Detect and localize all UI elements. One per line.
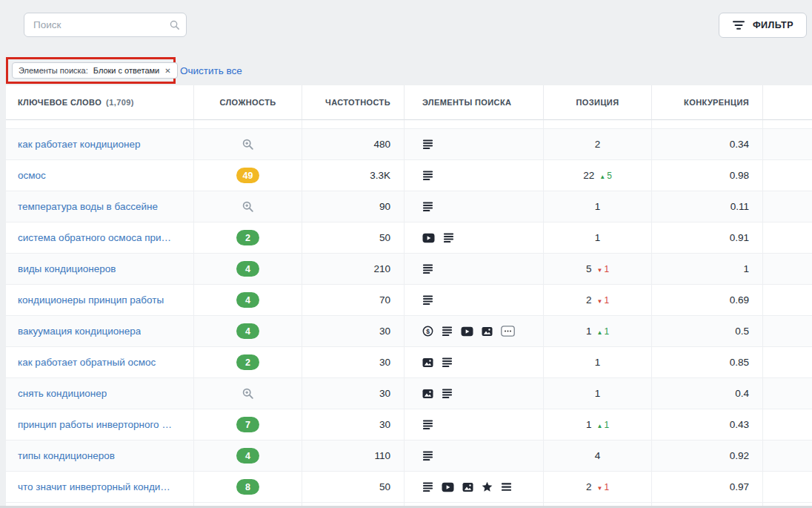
keyword-cell: виды кондиционеров — [6, 254, 194, 285]
volume-cell: 110 — [302, 441, 405, 472]
position-cell: 2▼1 — [544, 472, 652, 503]
difficulty-badge: 2 — [236, 354, 259, 370]
keyword-link[interactable]: виды кондиционеров — [18, 263, 116, 274]
competition-cell: 0.85 — [652, 347, 763, 378]
position-cell: 1 — [544, 191, 652, 222]
serp-features-cell — [405, 347, 544, 378]
chip-remove-icon[interactable]: ✕ — [164, 67, 170, 75]
keyword-link[interactable]: снять кондиционер — [18, 388, 107, 399]
competition-cell: 0.91 — [652, 222, 763, 254]
serp-features-cell: $ — [405, 316, 544, 347]
search-input[interactable] — [24, 19, 169, 30]
competition-cell: 0.4 — [652, 378, 763, 409]
position-change-down: ▼1 — [596, 264, 609, 274]
position-value: 5 — [586, 263, 592, 274]
keyword-link[interactable]: как работает кондиционер — [18, 139, 141, 150]
image-icon[interactable] — [422, 389, 433, 399]
keyword-link[interactable]: система обратного осмоса при… — [18, 232, 171, 243]
keyword-cell: система обратного осмоса при… — [6, 222, 194, 254]
difficulty-check-icon[interactable] — [242, 138, 254, 151]
image-icon[interactable] — [482, 326, 493, 337]
column-header-keyword[interactable]: КЛЮЧЕВОЕ СЛОВО (1,709) — [6, 85, 194, 120]
difficulty-badge: 49 — [236, 168, 260, 183]
more-icon[interactable] — [501, 326, 515, 337]
column-header-serp-features[interactable]: ЭЛЕМЕНТЫ ПОИСКА — [405, 85, 544, 120]
clear-all-link[interactable]: Очистить все — [180, 65, 242, 76]
keyword-count: (1,709) — [106, 98, 134, 107]
difficulty-cell: 8 — [194, 472, 302, 503]
search-box — [24, 13, 187, 37]
keyword-link[interactable]: температура воды в бассейне — [18, 201, 158, 212]
keyword-link[interactable]: как работает обратный осмос — [18, 357, 156, 368]
position-cell: 5▼1 — [544, 254, 652, 285]
snippet-icon[interactable] — [422, 139, 433, 150]
serp-features-cell — [405, 254, 544, 285]
column-header-position[interactable]: ПОЗИЦИЯ — [544, 85, 652, 120]
stub-cell — [763, 316, 812, 347]
stub-cell — [763, 222, 812, 254]
image-icon[interactable] — [462, 482, 473, 492]
serp-features-cell — [405, 409, 544, 441]
keyword-link[interactable]: типы кондиционеров — [18, 450, 115, 461]
keyword-cell: температура воды в бассейне — [6, 191, 194, 222]
table-row: как работает обратный осмос23010.85 — [6, 347, 812, 378]
snippet-icon[interactable] — [422, 263, 433, 274]
video-icon[interactable] — [461, 326, 473, 337]
table-row: типы кондиционеров411040.92 — [6, 441, 812, 472]
snippet-icon[interactable] — [422, 294, 433, 306]
snippet-icon[interactable] — [442, 388, 453, 399]
stub-cell — [763, 254, 812, 285]
column-header-competition[interactable]: КОНКУРЕНЦИЯ — [652, 85, 763, 120]
table-row: система обратного осмоса при…25010.91 — [6, 222, 812, 254]
position-change-up: ▲1 — [596, 420, 609, 430]
stub-cell — [763, 285, 812, 316]
volume-cell: 30 — [302, 378, 405, 409]
snippet-icon[interactable] — [442, 326, 453, 337]
volume-cell: 3.3K — [302, 160, 405, 191]
snippet-icon[interactable] — [422, 481, 433, 492]
filter-chip[interactable]: Элементы поиска: Блоки с ответами ✕ — [12, 62, 178, 79]
list-icon[interactable] — [501, 481, 512, 492]
competition-cell: 0.34 — [652, 129, 763, 160]
position-change-down: ▼1 — [596, 295, 609, 306]
filter-button[interactable]: ФИЛЬТР — [719, 13, 807, 38]
table-row: осмос493.3K22▲50.98 — [6, 160, 812, 191]
stub-cell — [763, 160, 812, 191]
image-icon[interactable] — [422, 357, 433, 368]
competition-cell: 0.97 — [652, 472, 763, 503]
position-cell: 4 — [544, 441, 652, 472]
difficulty-check-icon[interactable] — [242, 200, 254, 213]
video-icon[interactable] — [422, 233, 435, 243]
serp-features-cell — [405, 160, 544, 191]
serp-features-cell — [405, 378, 544, 409]
keyword-link[interactable]: вакуумация кондиционера — [18, 326, 141, 337]
snippet-icon[interactable] — [442, 357, 453, 368]
table-row: что значит инверторный конди…8502▼10.97 — [6, 472, 812, 503]
snippet-icon[interactable] — [422, 201, 433, 212]
keywords-table: КЛЮЧЕВОЕ СЛОВО (1,709) СЛОЖНОСТЬ ЧАСТОТН… — [6, 85, 812, 508]
position-cell: 1▲1 — [544, 409, 652, 441]
difficulty-badge: 7 — [236, 417, 259, 432]
keyword-link[interactable]: что значит инверторный конди… — [18, 481, 170, 492]
stub-cell — [763, 191, 812, 222]
search-icon — [169, 19, 180, 30]
filter-chip-value: Блоки с ответами — [93, 66, 159, 75]
volume-cell: 210 — [302, 254, 405, 285]
snippet-icon[interactable] — [422, 450, 433, 461]
difficulty-cell: 2 — [194, 347, 302, 378]
difficulty-cell: 2 — [194, 222, 302, 254]
table-body: как работает кондиционер48020.34осмос493… — [6, 129, 812, 503]
coin-icon[interactable]: $ — [422, 326, 433, 337]
difficulty-check-icon[interactable] — [242, 387, 254, 400]
snippet-icon[interactable] — [422, 170, 433, 181]
keyword-link[interactable]: принцип работы инверторного … — [18, 419, 172, 430]
keyword-link[interactable]: кондиционеры принцип работы — [18, 294, 164, 306]
column-header-difficulty[interactable]: СЛОЖНОСТЬ — [194, 85, 302, 120]
column-header-volume[interactable]: ЧАСТОТНОСТЬ — [302, 85, 405, 120]
snippet-icon[interactable] — [443, 232, 454, 243]
keyword-link[interactable]: осмос — [18, 170, 46, 181]
column-header-keyword-label: КЛЮЧЕВОЕ СЛОВО — [18, 98, 102, 107]
star-icon[interactable] — [482, 481, 493, 492]
video-icon[interactable] — [442, 482, 454, 492]
snippet-icon[interactable] — [422, 419, 433, 430]
